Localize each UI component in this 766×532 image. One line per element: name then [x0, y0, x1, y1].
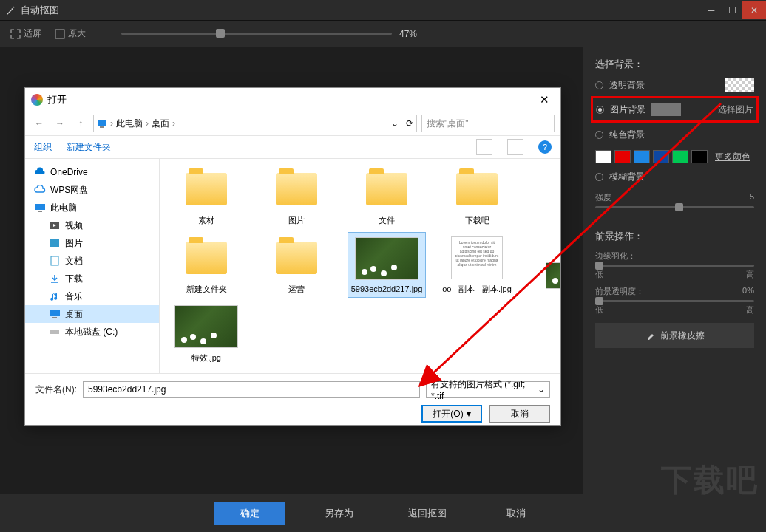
- zoom-slider[interactable]: [121, 33, 392, 35]
- pc-icon: [97, 118, 107, 129]
- svg-rect-9: [51, 256, 58, 265]
- new-folder-button[interactable]: 新建文件夹: [67, 141, 111, 154]
- chevron-down-icon[interactable]: ⌄: [391, 118, 399, 129]
- ok-button[interactable]: 确定: [214, 502, 285, 525]
- select-image-button[interactable]: 选择图片: [718, 103, 753, 116]
- tree-item[interactable]: 视频: [25, 216, 159, 234]
- folder-icon: [276, 242, 317, 274]
- tree-item[interactable]: 此电脑: [25, 199, 159, 216]
- view-button[interactable]: [507, 139, 523, 155]
- file-label: 下载吧: [465, 215, 489, 226]
- minimize-button[interactable]: ─: [701, 1, 722, 19]
- transparent-bg-option[interactable]: 透明背景: [595, 78, 754, 92]
- fit-screen-button[interactable]: 适屏: [10, 27, 41, 40]
- dialog-icon: [31, 94, 43, 106]
- refresh-icon[interactable]: ⟳: [406, 118, 413, 129]
- file-item[interactable]: 特效.jpg: [167, 301, 245, 366]
- svg-point-0: [13, 6, 15, 7]
- tree-item[interactable]: OneDrive: [25, 163, 159, 181]
- help-button[interactable]: ?: [538, 140, 552, 154]
- opacity-thumb[interactable]: [595, 297, 603, 305]
- tree-item[interactable]: 桌面: [25, 305, 159, 323]
- filetype-filter[interactable]: 有支持的图片格式 (*.gif; *.tif⌄: [426, 381, 550, 398]
- foreground-heading: 前景操作：: [595, 230, 754, 243]
- filename-label: 文件名(N):: [35, 383, 77, 396]
- file-item[interactable]: 素材: [167, 163, 245, 229]
- tree-item[interactable]: 本地磁盘 (C:): [25, 323, 159, 341]
- color-swatch[interactable]: [691, 150, 708, 163]
- feather-slider[interactable]: [595, 265, 754, 267]
- file-item[interactable]: 新建文件夹: [167, 232, 245, 298]
- solid-bg-option[interactable]: 纯色背景: [595, 129, 754, 141]
- color-swatch[interactable]: [672, 150, 688, 163]
- svg-rect-12: [50, 330, 59, 334]
- nav-up-button[interactable]: ↑: [72, 115, 89, 132]
- intensity-thumb[interactable]: [675, 203, 683, 211]
- folder-icon: [456, 173, 498, 205]
- maximize-button[interactable]: ☐: [722, 1, 742, 19]
- file-item[interactable]: 下载吧: [438, 163, 516, 229]
- image-bg-option[interactable]: 图片背景 选择图片: [591, 96, 759, 123]
- filename-input[interactable]: [83, 381, 420, 398]
- original-size-button[interactable]: 原大: [55, 27, 86, 40]
- folder-icon: [366, 173, 407, 205]
- color-swatch[interactable]: [595, 150, 611, 163]
- zoom-thumb[interactable]: [216, 29, 225, 38]
- file-item[interactable]: Lorem ipsum dolor sit amet consectetur a…: [438, 232, 516, 298]
- breadcrumb-item[interactable]: 桌面: [152, 117, 169, 130]
- cloud-blue-icon: [34, 167, 46, 177]
- file-label: oo - 副本 - 副本.jpg: [442, 284, 512, 295]
- svg-rect-11: [52, 317, 57, 318]
- color-swatch[interactable]: [634, 150, 650, 163]
- folder-icon: [276, 173, 317, 205]
- organize-menu[interactable]: 组织: [34, 141, 52, 154]
- bg-preview-swatch: [651, 103, 681, 116]
- pc-icon: [34, 202, 46, 213]
- feather-thumb[interactable]: [595, 262, 603, 270]
- close-button[interactable]: ✕: [742, 1, 766, 19]
- blur-bg-option[interactable]: 模糊背景: [595, 171, 754, 183]
- file-open-dialog: 打开 ✕ ← → ↑ › 此电脑 › 桌面 › ⌄ ⟳ 搜索"桌面" 组织 新建…: [24, 87, 561, 426]
- file-item[interactable]: 文件: [348, 163, 426, 229]
- foreground-eraser-button[interactable]: 前景橡皮擦: [595, 323, 754, 348]
- chevron-down-icon: ⌄: [538, 384, 545, 395]
- tree-item[interactable]: 音乐: [25, 287, 159, 305]
- address-bar[interactable]: › 此电脑 › 桌面 › ⌄ ⟳: [93, 115, 417, 132]
- tree-item[interactable]: 图片: [25, 234, 159, 252]
- original-icon: [55, 29, 65, 39]
- radio-icon: [596, 106, 604, 114]
- file-label: 5993ecb2dd217.jpg: [351, 284, 423, 293]
- file-item[interactable]: 运营: [257, 232, 336, 298]
- saveas-button[interactable]: 另存为: [303, 502, 374, 525]
- nav-forward-button[interactable]: →: [52, 115, 68, 132]
- wand-icon: [6, 5, 16, 16]
- tree-item[interactable]: WPS网盘: [25, 181, 159, 199]
- cloud-outline-icon: [34, 185, 46, 195]
- feather-label: 边缘羽化：: [595, 250, 636, 262]
- dialog-cancel-button[interactable]: 取消: [489, 405, 550, 423]
- color-swatch[interactable]: [614, 150, 631, 163]
- more-colors-link[interactable]: 更多颜色: [715, 151, 750, 163]
- file-label: 新建文件夹: [186, 284, 227, 295]
- opacity-value: 0%: [742, 286, 754, 297]
- tree-item[interactable]: 下载: [25, 270, 159, 287]
- open-button[interactable]: 打开(O) ▾: [421, 405, 482, 423]
- search-input[interactable]: 搜索"桌面": [421, 115, 555, 132]
- cancel-button[interactable]: 取消: [481, 502, 552, 525]
- view-button[interactable]: [476, 139, 492, 155]
- opacity-label: 前景透明度：: [595, 286, 644, 297]
- opacity-slider[interactable]: [595, 300, 754, 302]
- file-item[interactable]: 图片: [257, 163, 336, 229]
- svg-rect-5: [35, 204, 45, 210]
- breadcrumb-item[interactable]: 此电脑: [116, 117, 143, 130]
- back-button[interactable]: 返回抠图: [392, 502, 463, 525]
- file-item[interactable]: 5993ecb2dd217.jpg: [348, 232, 426, 298]
- tree-item[interactable]: 文档: [25, 252, 159, 270]
- nav-back-button[interactable]: ←: [31, 115, 47, 132]
- color-swatch[interactable]: [653, 150, 669, 163]
- download-icon: [49, 273, 61, 284]
- doc-thumb: Lorem ipsum dolor sit amet consectetur a…: [451, 236, 503, 279]
- intensity-slider[interactable]: [595, 206, 754, 208]
- dialog-close-button[interactable]: ✕: [534, 93, 555, 106]
- dialog-title: 打开: [47, 93, 534, 106]
